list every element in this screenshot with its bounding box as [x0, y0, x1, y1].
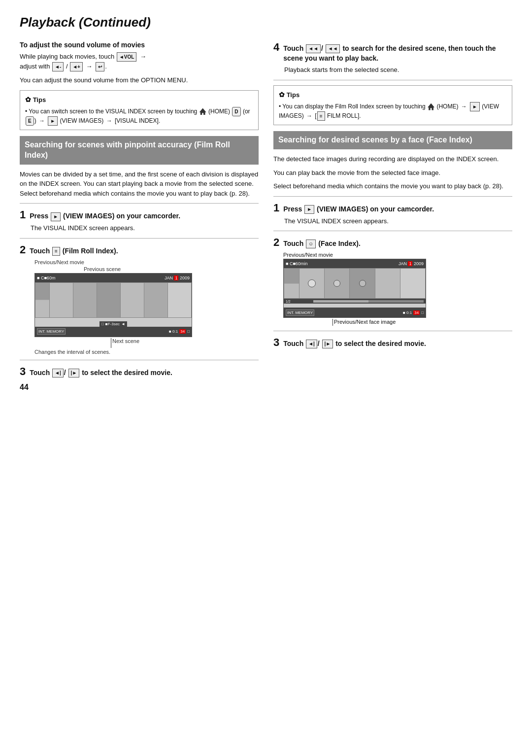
cam-interval-bar: □ ■F-3sec ◄	[100, 321, 127, 327]
step-desc-1-right: The VISUAL INDEX screen appears.	[284, 216, 512, 226]
sound-heading: To adjust the sound volume of movies	[20, 41, 259, 49]
right-column: 4 Touch ◄◄/ ◄◄ to search for the desired…	[273, 41, 512, 392]
step-num-4-right: 4	[273, 41, 279, 54]
e-icon: E	[26, 116, 34, 126]
step-1-right: 1 Press ► (VIEW IMAGES) on your camcorde…	[273, 202, 512, 226]
step-num-3-left: 3	[20, 365, 26, 378]
step-label-3-left: Touch ◄|/ |► to select the desired movie…	[30, 368, 172, 378]
cam-left-col-face	[284, 269, 299, 298]
cam-date-film: JAN 1 2009	[165, 275, 190, 280]
face-index-icon: ☺	[306, 240, 316, 248]
prev-face-label: Previous/Next face image	[334, 319, 396, 325]
sound-option-text: You can adjust the sound volume from the…	[20, 75, 259, 85]
cam-cell-face-bl	[284, 284, 299, 299]
cam-grid-film	[35, 282, 192, 318]
cam-spacer-face: □	[421, 310, 424, 315]
prev-next-movie-label-left: Previous/Next movie	[34, 259, 259, 265]
step-2-left: 2 Touch ≡ (Film Roll Index). Previous/Ne…	[20, 243, 259, 355]
prev-next-movie-label-right: Previous/Next movie	[283, 252, 512, 258]
step-3-right: 3 Touch ◄|/ |► to select the desired mov…	[273, 336, 512, 349]
cam-date-face: JAN 1 2009	[399, 261, 424, 266]
tips-content-2: • You can display the Film Roll Index sc…	[279, 102, 507, 121]
step-label-4-right: Touch ◄◄/ ◄◄ to search for the desired s…	[283, 44, 512, 63]
cam-interval-text: □	[101, 322, 104, 326]
cam-interval-ctrl: ◄	[121, 322, 125, 326]
cam-screen-face-wrap: ■ C■60min JAN 1 2009	[283, 259, 426, 318]
eq-icon: ↩	[96, 62, 104, 71]
film-roll-heading-box: Searching for scenes with pinpoint accur…	[20, 136, 259, 165]
divider-right-4	[273, 331, 512, 331]
cam-counter2-film: 34	[179, 329, 186, 334]
next-scene-label-wrap: Next scene	[34, 338, 192, 348]
home-icon-2	[428, 103, 434, 110]
cam-counter2-face: 34	[413, 310, 420, 315]
step-label-2-right: Touch ☺ (Face Index).	[283, 239, 361, 249]
divider-right-2	[273, 196, 512, 197]
cam-progress-bar: 1/2	[284, 299, 426, 304]
cam-cell-face-m4	[375, 269, 400, 298]
step-3-left: 3 Touch ◄|/ |► to select the desired mov…	[20, 365, 259, 378]
step-2-right: 2 Touch ☺ (Face Index). Previous/Next mo…	[273, 236, 512, 326]
cam-cell-face-m1	[299, 269, 324, 298]
tips-title-2: ✿ Tips	[279, 90, 507, 100]
tips-box-1: ✿ Tips • You can switch screen to the VI…	[20, 90, 259, 131]
step-label-1-left: Press ► (VIEW IMAGES) on your camcorder.	[30, 211, 180, 221]
cam-screen-film-roll: ■ C■60m JAN 1 2009	[34, 273, 192, 348]
cam-cell-face-m2	[325, 269, 349, 298]
cam-counter-film: ■ 0:1	[169, 329, 178, 334]
tips-title-1: ✿ Tips	[25, 95, 253, 105]
page-number: 44	[20, 383, 259, 392]
film-roll-para: Movies can be divided by a set time, and…	[20, 170, 259, 199]
tips-content-1: • You can switch screen to the VISUAL IN…	[25, 107, 253, 126]
next-icon-step3: |►	[68, 369, 80, 378]
face-index-cam-wrap: Previous/Next movie ■ C■60min JAN 1 2009	[283, 252, 512, 326]
cam-counter-face: ■ 0:1	[403, 310, 412, 315]
cam-brand: ■ C■60m	[37, 275, 55, 280]
step-label-1-right: Press ► (VIEW IMAGES) on your camcorder.	[283, 205, 434, 214]
cam-cell-m2	[73, 283, 97, 317]
face-para-2: You can play back the movie from the sel…	[273, 168, 512, 178]
tips-icon-1: ✿	[25, 96, 31, 103]
divider-right-1	[273, 80, 512, 80]
cam-cell-tl	[35, 283, 49, 300]
step-num-2-left: 2	[20, 243, 26, 256]
minus-icon: ◄-	[52, 62, 64, 71]
cam-interval-val: ■F-3sec	[105, 322, 120, 326]
home-icon-1	[200, 108, 206, 115]
step-4-right: 4 Touch ◄◄/ ◄◄ to search for the desired…	[273, 41, 512, 75]
next-scene-line	[111, 338, 111, 348]
vol-icon: ◄VOL	[117, 52, 136, 62]
cam-cell-bl	[35, 300, 49, 317]
cam-ratio-display: 1/2	[286, 300, 313, 303]
step-label-3-right: Touch ◄|/ |► to select the desired movie…	[283, 339, 426, 349]
prev-scene-label: Previous scene	[84, 266, 259, 272]
cam-date-highlight-film: 1	[174, 275, 178, 280]
prev-face-arrow-line	[332, 319, 333, 326]
search-prev-icon: ◄◄	[306, 44, 321, 53]
step-1-left: 1 Press ► (VIEW IMAGES) on your camcorde…	[20, 208, 259, 233]
page-title: Playback (Continued)	[20, 15, 512, 30]
view-images-icon-left: ►	[51, 212, 61, 221]
cam-cell-m3	[97, 283, 120, 317]
plus-icon: ◄+	[70, 62, 83, 71]
film-roll-icon: ≡	[52, 247, 60, 256]
step-desc-4-right: Playback starts from the selected scene.	[284, 65, 512, 75]
prev-icon-step3-right: ◄|	[306, 340, 317, 348]
cam-display-film: ■ C■60m JAN 1 2009	[34, 273, 192, 337]
step-num-1-right: 1	[273, 202, 279, 214]
cam-date-highlight-face: 1	[408, 261, 412, 266]
step-num-2-right: 2	[273, 236, 279, 249]
face-para-1: The detected face images during recordin…	[273, 154, 512, 164]
d-icon: D	[232, 107, 240, 116]
sound-para: While playing back movies, touch ◄VOL → …	[20, 52, 259, 71]
cam-cell-face-m3	[350, 269, 374, 298]
divider-3	[20, 360, 259, 360]
divider-right-3	[273, 231, 512, 231]
film-icon-right: ≡	[317, 111, 325, 121]
film-roll-cam-wrap: Previous/Next movie Previous scene ■ C■6…	[34, 259, 259, 355]
memory-label-face: INT. MEMORY	[286, 309, 314, 316]
view-images-icon-right: ►	[304, 205, 314, 214]
tips-icon-2: ✿	[279, 91, 285, 99]
memory-label-film: INT. MEMORY	[37, 328, 66, 335]
face-index-heading-box: Searching for desired scenes by a face (…	[273, 131, 512, 149]
